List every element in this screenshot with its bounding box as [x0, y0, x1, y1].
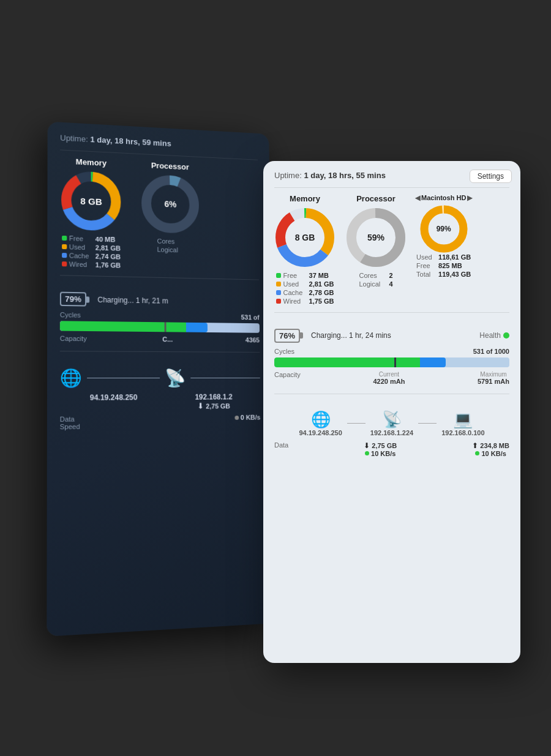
light-progress-bar	[274, 357, 509, 367]
light-hd-donut: 99%	[419, 204, 468, 253]
light-processor-donut: 59%	[345, 207, 407, 268]
dark-memory-donut: 8 GB	[60, 169, 122, 233]
light-battery-badge: 76%	[274, 329, 300, 343]
dark-net-ip1: 94.19.248.250	[90, 393, 138, 411]
health-indicator	[503, 332, 509, 339]
light-memory-legend: Free37 MB Used2,81 GB Cache2,78 GB Wired…	[276, 272, 334, 306]
maximum-capacity: Maximum 5791 mAh	[478, 371, 509, 385]
dark-proc-info: Cores Logical	[157, 237, 184, 255]
light-data-block: Data	[274, 441, 288, 457]
hd-left-arrow: ◀	[415, 194, 420, 202]
dark-processor-donut: 6%	[140, 173, 200, 235]
light-upload-block: ⬆ 234,8 MB 10 KB/s	[472, 441, 509, 457]
light-battery-section: 76% Charging... 1 hr, 24 mins Health Cyc…	[274, 321, 509, 385]
light-router-icon: 📡 192.168.1.224	[370, 410, 413, 436]
dark-battery-section: 79% Charging... 1 hr, 21 m Cycles 531 of…	[60, 284, 260, 343]
light-memory-donut: 8 GB	[274, 207, 335, 268]
light-memory-block: Memory 8 GB Free37 MB Used2,81 GB Cache2…	[274, 194, 335, 306]
dark-router-icon: 📡	[165, 368, 186, 388]
dark-processor-block: Processor 6% Cores Logical	[140, 160, 201, 255]
light-hd-info: Used118,61 GB Free825 MB Total119,43 GB	[416, 253, 471, 279]
light-globe-icon: 🌐 94.19.248.250	[299, 410, 342, 436]
dark-uptime: Uptime: 1 day, 18 hrs, 59 mins	[60, 133, 258, 152]
light-network-section: 🌐 94.19.248.250 📡 192.168.1.224 💻 192.16…	[274, 403, 509, 457]
light-processor-block: Processor 59% Cores 2 Logical 4	[345, 194, 407, 289]
dark-memory-legend: Free40 MB Used2,81 GB Cache2,74 GB Wired…	[62, 234, 121, 270]
current-capacity: Current 4220 mAh	[373, 371, 405, 385]
dark-progress-bar	[60, 321, 260, 333]
light-laptop-icon: 💻 192.168.0.100	[441, 410, 484, 436]
light-card: Settings Uptime: 1 day, 18 hrs, 55 mins …	[263, 161, 520, 663]
light-download-block: ⬇ 2,75 GB 10 KB/s	[364, 441, 397, 457]
hd-right-arrow: ▶	[467, 194, 472, 202]
light-proc-info: Cores 2 Logical 4	[359, 272, 392, 289]
dark-card: Uptime: 1 day, 18 hrs, 59 mins Memory	[47, 121, 274, 636]
dark-network-section: 🌐 📡 94.19.248.250 192.168.1.2 ⬇ 2,75 GB	[60, 360, 261, 430]
hd-pct-label: 99%	[437, 225, 451, 233]
dark-globe-icon: 🌐	[60, 367, 82, 388]
dark-memory-block: Memory 8 GB Fr	[60, 156, 122, 270]
light-hd-block: ◀ Macintosh HD ▶ 99% Used118,61 GB Free8…	[415, 194, 472, 279]
dark-battery-badge: 79%	[60, 291, 86, 306]
dark-net-ip2: 192.168.1.2 ⬇ 2,75 GB	[195, 392, 233, 410]
settings-button[interactable]: Settings	[470, 170, 512, 183]
